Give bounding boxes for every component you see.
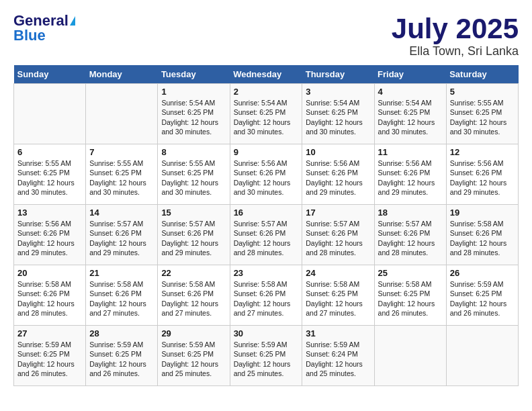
calendar-cell: 2Sunrise: 5:54 AM Sunset: 6:25 PM Daylig… bbox=[230, 84, 302, 144]
column-header-wednesday: Wednesday bbox=[230, 65, 302, 84]
day-number: 29 bbox=[161, 328, 226, 338]
day-number: 5 bbox=[450, 87, 515, 97]
calendar-cell: 6Sunrise: 5:55 AM Sunset: 6:25 PM Daylig… bbox=[14, 144, 86, 205]
day-info: Sunrise: 5:58 AM Sunset: 6:25 PM Dayligh… bbox=[306, 279, 370, 318]
day-number: 25 bbox=[378, 268, 443, 278]
calendar-cell: 21Sunrise: 5:58 AM Sunset: 6:26 PM Dayli… bbox=[86, 265, 158, 326]
day-info: Sunrise: 5:58 AM Sunset: 6:26 PM Dayligh… bbox=[234, 279, 299, 318]
calendar-cell: 30Sunrise: 5:59 AM Sunset: 6:25 PM Dayli… bbox=[230, 326, 302, 386]
calendar-cell: 29Sunrise: 5:59 AM Sunset: 6:25 PM Dayli… bbox=[158, 326, 230, 386]
week-row-2: 6Sunrise: 5:55 AM Sunset: 6:25 PM Daylig… bbox=[14, 144, 519, 205]
day-info: Sunrise: 5:57 AM Sunset: 6:26 PM Dayligh… bbox=[378, 219, 443, 257]
month-year-title: July 2025 bbox=[392, 13, 519, 44]
day-number: 10 bbox=[306, 147, 370, 157]
calendar-cell: 18Sunrise: 5:57 AM Sunset: 6:26 PM Dayli… bbox=[374, 205, 446, 265]
calendar-cell bbox=[446, 326, 518, 386]
day-number: 23 bbox=[234, 268, 299, 278]
day-info: Sunrise: 5:59 AM Sunset: 6:24 PM Dayligh… bbox=[306, 340, 370, 378]
day-number: 20 bbox=[17, 268, 82, 278]
day-number: 14 bbox=[89, 208, 154, 218]
logo-general-text: General bbox=[13, 13, 69, 28]
calendar-cell: 12Sunrise: 5:56 AM Sunset: 6:26 PM Dayli… bbox=[446, 144, 518, 205]
day-number: 26 bbox=[450, 268, 515, 278]
day-number: 22 bbox=[161, 268, 226, 278]
day-info: Sunrise: 5:56 AM Sunset: 6:26 PM Dayligh… bbox=[450, 158, 515, 197]
day-info: Sunrise: 5:56 AM Sunset: 6:26 PM Dayligh… bbox=[17, 219, 82, 257]
calendar-cell: 23Sunrise: 5:58 AM Sunset: 6:26 PM Dayli… bbox=[230, 265, 302, 326]
calendar-cell: 15Sunrise: 5:57 AM Sunset: 6:26 PM Dayli… bbox=[158, 205, 230, 265]
column-header-monday: Monday bbox=[86, 65, 158, 84]
day-number: 24 bbox=[306, 268, 370, 278]
day-info: Sunrise: 5:55 AM Sunset: 6:25 PM Dayligh… bbox=[17, 158, 82, 197]
day-info: Sunrise: 5:57 AM Sunset: 6:26 PM Dayligh… bbox=[89, 219, 154, 257]
week-row-1: 1Sunrise: 5:54 AM Sunset: 6:25 PM Daylig… bbox=[14, 84, 519, 144]
logo-blue-text: Blue bbox=[13, 28, 46, 43]
title-block: July 2025 Ella Town, Sri Lanka bbox=[392, 13, 519, 58]
calendar-cell: 3Sunrise: 5:54 AM Sunset: 6:25 PM Daylig… bbox=[302, 84, 374, 144]
calendar-cell: 8Sunrise: 5:55 AM Sunset: 6:25 PM Daylig… bbox=[158, 144, 230, 205]
calendar-cell: 31Sunrise: 5:59 AM Sunset: 6:24 PM Dayli… bbox=[302, 326, 374, 386]
day-number: 8 bbox=[161, 147, 226, 157]
calendar-cell: 7Sunrise: 5:55 AM Sunset: 6:25 PM Daylig… bbox=[86, 144, 158, 205]
calendar-cell: 28Sunrise: 5:59 AM Sunset: 6:25 PM Dayli… bbox=[86, 326, 158, 386]
day-info: Sunrise: 5:59 AM Sunset: 6:25 PM Dayligh… bbox=[450, 279, 515, 318]
day-info: Sunrise: 5:56 AM Sunset: 6:26 PM Dayligh… bbox=[234, 158, 299, 197]
column-header-tuesday: Tuesday bbox=[158, 65, 230, 84]
day-info: Sunrise: 5:56 AM Sunset: 6:26 PM Dayligh… bbox=[378, 158, 443, 197]
day-number: 3 bbox=[306, 87, 370, 97]
day-info: Sunrise: 5:58 AM Sunset: 6:26 PM Dayligh… bbox=[17, 279, 82, 318]
day-info: Sunrise: 5:59 AM Sunset: 6:25 PM Dayligh… bbox=[17, 340, 82, 378]
day-number: 4 bbox=[378, 87, 443, 97]
calendar-cell: 27Sunrise: 5:59 AM Sunset: 6:25 PM Dayli… bbox=[14, 326, 86, 386]
logo-icon bbox=[70, 16, 75, 26]
calendar-cell: 5Sunrise: 5:55 AM Sunset: 6:25 PM Daylig… bbox=[446, 84, 518, 144]
calendar-cell bbox=[14, 84, 86, 144]
column-header-saturday: Saturday bbox=[446, 65, 518, 84]
calendar-table: SundayMondayTuesdayWednesdayThursdayFrid… bbox=[13, 65, 519, 386]
page-header: General Blue July 2025 Ella Town, Sri La… bbox=[13, 13, 519, 58]
day-info: Sunrise: 5:55 AM Sunset: 6:25 PM Dayligh… bbox=[450, 98, 515, 136]
day-number: 17 bbox=[306, 208, 370, 218]
calendar-cell: 25Sunrise: 5:58 AM Sunset: 6:25 PM Dayli… bbox=[374, 265, 446, 326]
calendar-cell: 13Sunrise: 5:56 AM Sunset: 6:26 PM Dayli… bbox=[14, 205, 86, 265]
day-info: Sunrise: 5:54 AM Sunset: 6:25 PM Dayligh… bbox=[234, 98, 299, 136]
day-number: 21 bbox=[89, 268, 154, 278]
day-number: 1 bbox=[161, 87, 226, 97]
day-number: 27 bbox=[17, 328, 82, 338]
week-row-5: 27Sunrise: 5:59 AM Sunset: 6:25 PM Dayli… bbox=[14, 326, 519, 386]
calendar-cell: 10Sunrise: 5:56 AM Sunset: 6:26 PM Dayli… bbox=[302, 144, 374, 205]
day-number: 28 bbox=[89, 328, 154, 338]
day-info: Sunrise: 5:57 AM Sunset: 6:26 PM Dayligh… bbox=[306, 219, 370, 257]
logo: General Blue bbox=[13, 13, 75, 43]
calendar-cell: 9Sunrise: 5:56 AM Sunset: 6:26 PM Daylig… bbox=[230, 144, 302, 205]
calendar-cell bbox=[374, 326, 446, 386]
day-info: Sunrise: 5:59 AM Sunset: 6:25 PM Dayligh… bbox=[161, 340, 226, 378]
calendar-cell: 17Sunrise: 5:57 AM Sunset: 6:26 PM Dayli… bbox=[302, 205, 374, 265]
calendar-cell: 14Sunrise: 5:57 AM Sunset: 6:26 PM Dayli… bbox=[86, 205, 158, 265]
day-info: Sunrise: 5:58 AM Sunset: 6:26 PM Dayligh… bbox=[89, 279, 154, 318]
calendar-cell: 22Sunrise: 5:58 AM Sunset: 6:26 PM Dayli… bbox=[158, 265, 230, 326]
column-header-friday: Friday bbox=[374, 65, 446, 84]
calendar-cell: 4Sunrise: 5:54 AM Sunset: 6:25 PM Daylig… bbox=[374, 84, 446, 144]
day-info: Sunrise: 5:54 AM Sunset: 6:25 PM Dayligh… bbox=[306, 98, 370, 136]
day-info: Sunrise: 5:59 AM Sunset: 6:25 PM Dayligh… bbox=[234, 340, 299, 378]
day-info: Sunrise: 5:57 AM Sunset: 6:26 PM Dayligh… bbox=[161, 219, 226, 257]
day-number: 7 bbox=[89, 147, 154, 157]
calendar-cell: 1Sunrise: 5:54 AM Sunset: 6:25 PM Daylig… bbox=[158, 84, 230, 144]
column-header-sunday: Sunday bbox=[14, 65, 86, 84]
calendar-cell bbox=[86, 84, 158, 144]
day-info: Sunrise: 5:54 AM Sunset: 6:25 PM Dayligh… bbox=[378, 98, 443, 136]
day-number: 18 bbox=[378, 208, 443, 218]
week-row-4: 20Sunrise: 5:58 AM Sunset: 6:26 PM Dayli… bbox=[14, 265, 519, 326]
location-title: Ella Town, Sri Lanka bbox=[392, 44, 519, 58]
day-number: 30 bbox=[234, 328, 299, 338]
day-info: Sunrise: 5:59 AM Sunset: 6:25 PM Dayligh… bbox=[89, 340, 154, 378]
week-row-3: 13Sunrise: 5:56 AM Sunset: 6:26 PM Dayli… bbox=[14, 205, 519, 265]
day-info: Sunrise: 5:54 AM Sunset: 6:25 PM Dayligh… bbox=[161, 98, 226, 136]
day-number: 15 bbox=[161, 208, 226, 218]
calendar-header-row: SundayMondayTuesdayWednesdayThursdayFrid… bbox=[14, 65, 519, 84]
calendar-cell: 11Sunrise: 5:56 AM Sunset: 6:26 PM Dayli… bbox=[374, 144, 446, 205]
day-info: Sunrise: 5:56 AM Sunset: 6:26 PM Dayligh… bbox=[306, 158, 370, 197]
day-number: 6 bbox=[17, 147, 82, 157]
day-number: 2 bbox=[234, 87, 299, 97]
